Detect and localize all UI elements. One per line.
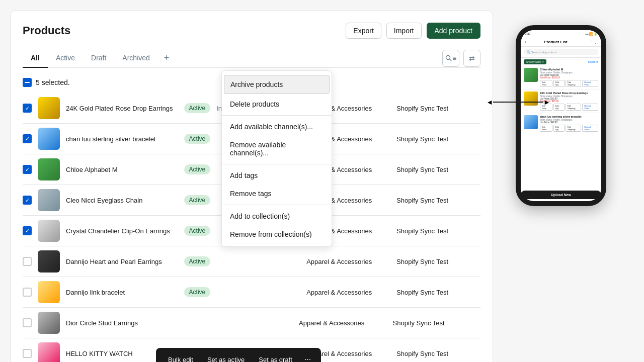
add-product-button[interactable]: Add product	[427, 23, 481, 39]
phone-screen: 2:37 ▪▪▪ 📶 🔋 ‹ Product List ⋯ ☰ ⋮ 🔍 Sear…	[521, 30, 601, 201]
phone-header-icons[interactable]: ⋯ ☰ ⋮	[585, 40, 597, 44]
dropdown-add-channels[interactable]: Add available channel(s)...	[222, 118, 332, 136]
product-image-4	[38, 189, 60, 211]
status-badge-5: Active	[184, 226, 211, 236]
dropdown-archive-products[interactable]: Archive products	[224, 75, 330, 94]
phone-search[interactable]: 🔍 Search all products	[524, 49, 598, 55]
svg-line-1	[449, 59, 451, 61]
product-name-3: Chloe Alphabet M	[66, 166, 178, 173]
phone-product-item: Chloe Alphabet M Store status: Visible, …	[521, 66, 601, 89]
product-channel-3: Shopify Sync Test	[396, 166, 480, 173]
phone-title: Product List	[528, 40, 583, 44]
phone-upload-video-btn[interactable]: Upload Video	[582, 80, 598, 87]
product-channel-4: Shopify Sync Test	[396, 197, 480, 204]
row-checkbox-2[interactable]	[23, 134, 32, 143]
tab-add-button[interactable]: +	[158, 49, 176, 67]
product-channel-1: Shopify Sync Test	[396, 105, 480, 112]
dropdown-menu: Archive products Delete products Add ava…	[221, 70, 332, 247]
select-all-checkbox[interactable]	[23, 78, 32, 87]
product-image-5	[38, 220, 60, 242]
dropdown-delete-products[interactable]: Delete products	[222, 95, 332, 113]
phone-back-button[interactable]: ‹	[525, 40, 526, 44]
dropdown-remove-tags[interactable]: Remove tags	[222, 185, 332, 203]
product-channel-8: Shopify Sync Test	[393, 319, 480, 327]
row-checkbox-7[interactable]	[23, 288, 32, 297]
phone-product-actions-1: Edit Price Edit Qty Edit Shipping Upload…	[540, 80, 598, 87]
phone-edit-shipping-btn-2[interactable]: Edit Shipping	[566, 104, 581, 111]
row-checkbox-4[interactable]	[23, 196, 32, 205]
phone-product-name-3: chan luu sterling silver bracelet	[540, 115, 598, 118]
product-channel-2: Shopify Sync Test	[396, 135, 480, 143]
dropdown-remove-channels[interactable]: Remove available channel(s)...	[222, 136, 332, 162]
product-name-7: Dannijo link bracelet	[66, 289, 178, 296]
product-name-6: Dannijo Heart and Pearl Earrings	[66, 258, 178, 265]
product-name-8: Dior Circle Stud Earrings	[66, 319, 183, 327]
phone-upload-video-btn-2[interactable]: Upload Video	[582, 104, 598, 111]
bulk-edit-button[interactable]: Bulk edit	[162, 353, 199, 363]
phone-edit-price-btn-3[interactable]: Edit Price	[540, 125, 552, 132]
phone-frame: 2:37 ▪▪▪ 📶 🔋 ‹ Product List ⋯ ☰ ⋮ 🔍 Sear…	[516, 25, 606, 206]
phone-edit-qty-btn-2[interactable]: Edit Qty	[553, 104, 565, 111]
phone-edit-shipping-btn-3[interactable]: Edit Shipping	[566, 125, 581, 132]
phone-edit-price-btn[interactable]: Edit Price	[540, 80, 552, 87]
tab-draft[interactable]: Draft	[83, 49, 114, 68]
product-image-2	[38, 128, 60, 150]
phone-edit-shipping-btn[interactable]: Edit Shipping	[566, 80, 581, 87]
export-button[interactable]: Export	[346, 23, 381, 39]
status-badge-4: Active	[184, 195, 211, 205]
phone-product-img-1	[524, 68, 538, 82]
phone-product-name-1: Chloe Alphabet M	[540, 68, 598, 71]
phone-product-price-3: List Price: $40.00	[540, 121, 598, 124]
product-category-6: Apparel & Accessories	[306, 258, 390, 265]
dropdown-separator-3	[222, 205, 332, 205]
phone-header: ‹ Product List ⋯ ☰ ⋮	[521, 38, 601, 47]
tab-archived[interactable]: Archived	[114, 49, 157, 68]
dropdown-remove-collection[interactable]: Remove from collection(s)	[222, 225, 332, 243]
phone-select-all[interactable]: Select All	[588, 60, 598, 63]
import-button[interactable]: Import	[386, 23, 422, 39]
row-checkbox-6[interactable]	[23, 257, 32, 266]
status-badge-7: Active	[184, 287, 211, 297]
row-checkbox-3[interactable]	[23, 165, 32, 174]
tab-all[interactable]: All	[23, 49, 48, 68]
product-name-4: Cleo Nicci Eyeglass Chain	[66, 197, 178, 204]
dropdown-add-collection[interactable]: Add to collection(s)	[222, 207, 332, 225]
phone-product-final-price-1: Final Price: $100.00	[540, 76, 598, 79]
phone-product-info-3: chan luu sterling silver bracelet Store …	[540, 115, 598, 132]
phone-edit-qty-btn-3[interactable]: Edit Qty	[553, 125, 565, 132]
refresh-button[interactable]: ⇄	[463, 50, 480, 67]
phone-product-img-3	[524, 115, 538, 129]
product-image-7	[38, 281, 60, 303]
phone-status-bar: 2:37 ▪▪▪ 📶 🔋	[521, 30, 601, 38]
status-badge-1: Active	[184, 103, 211, 113]
phone-search-placeholder: Search all products	[531, 51, 557, 54]
row-checkbox-5[interactable]	[23, 226, 32, 235]
phone-store-badge[interactable]: Shopify Store ▾	[524, 59, 546, 64]
status-badge-8	[189, 321, 199, 324]
tab-actions: ≡ ⇄	[442, 50, 480, 67]
phone-edit-qty-btn[interactable]: Edit Qty	[553, 80, 565, 87]
tab-active[interactable]: Active	[48, 49, 83, 68]
table-row: Dannijo link bracelet Active Apparel & A…	[23, 277, 480, 308]
phone-product-info-1: Chloe Alphabet M Store status: Visible, …	[540, 68, 598, 87]
phone-product-actions-3: Edit Price Edit Qty Edit Shipping Upload…	[540, 125, 598, 132]
search-filter-button[interactable]: ≡	[442, 50, 459, 67]
more-actions-button[interactable]: ···	[300, 352, 315, 362]
status-badge-2: Active	[184, 134, 211, 144]
product-category-8: Apparel & Accessories	[299, 319, 386, 327]
set-as-draft-button[interactable]: Set as draft	[253, 353, 298, 363]
phone-upload-new-btn[interactable]: Upload New	[521, 191, 601, 199]
phone-time: 2:37	[525, 32, 531, 36]
phone-filter-bar: Shopify Store ▾ Select All	[521, 58, 601, 66]
search-icon	[445, 55, 452, 62]
product-category-7: Apparel & Accessories	[306, 289, 390, 296]
phone-product-item: chan luu sterling silver bracelet Store …	[521, 113, 601, 134]
row-checkbox-1[interactable]	[23, 104, 32, 113]
phone-upload-video-btn-3[interactable]: Upload Video	[582, 125, 598, 132]
set-as-active-button[interactable]: Set as active	[201, 353, 251, 363]
row-checkbox-9[interactable]	[23, 349, 32, 358]
dropdown-separator-1	[222, 115, 332, 116]
dropdown-add-tags[interactable]: Add tags	[222, 166, 332, 185]
product-channel-5: Shopify Sync Test	[396, 227, 480, 235]
row-checkbox-8[interactable]	[23, 318, 32, 327]
